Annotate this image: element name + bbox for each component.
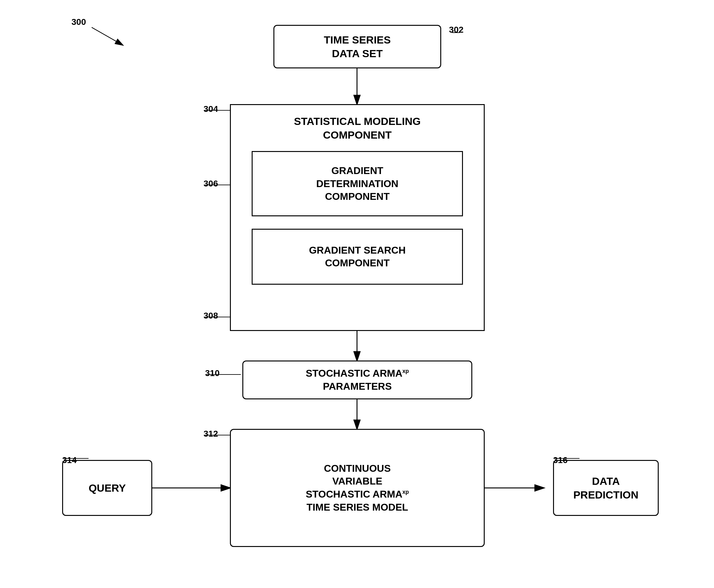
svg-line-6 [92,27,123,45]
diagram: 300 TIME SERIESDATA SET 302 STATISTICAL … [0,0,714,588]
label-300: 300 [71,17,86,27]
time-series-box: TIME SERIESDATA SET [274,25,441,68]
data-prediction-box: DATAPREDICTION [553,460,659,516]
statistical-modeling-box: STATISTICAL MODELINGCOMPONENT GRADIENTDE… [230,104,485,331]
continuous-variable-box: CONTINUOUSVARIABLESTOCHASTIC ARMAxpTIME … [230,429,485,547]
stochastic-arma-box: STOCHASTIC ARMAxpPARAMETERS [242,360,472,399]
gradient-determination-box: GRADIENTDETERMINATIONCOMPONENT [252,151,463,216]
query-box: QUERY [62,460,152,516]
gradient-search-box: GRADIENT SEARCHCOMPONENT [252,229,463,285]
